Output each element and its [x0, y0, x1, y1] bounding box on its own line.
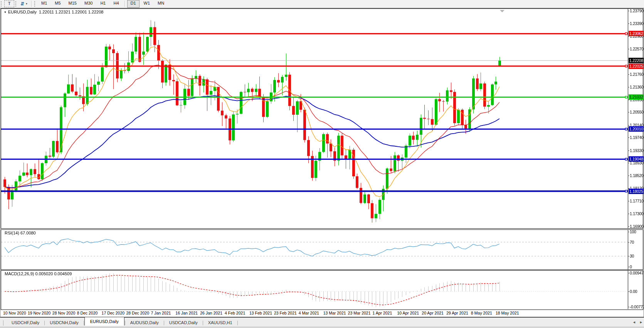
macd-indicator-panel: [1, 270, 643, 310]
tab-separator: [237, 321, 238, 325]
rsi-chart-canvas[interactable]: [1, 230, 629, 269]
price-axis-label: 1.18520: [630, 173, 644, 178]
caret-down-icon: ▼: [25, 3, 28, 5]
price-axis-label: 1.17710: [630, 199, 644, 203]
price-axis-label: 1.23390: [630, 21, 644, 26]
text-tool-button[interactable]: T: [4, 0, 14, 7]
date-axis-label: 28 Dec 2020: [126, 311, 150, 315]
tabbar-separator: [3, 320, 3, 326]
timeframe-button-h1[interactable]: H1: [97, 0, 109, 8]
tab-scroll-left-icon[interactable]: ◄: [632, 320, 636, 324]
chart-symbol-period: EURUSD,Daily: [8, 10, 37, 14]
hline-price-tag[interactable]: 1.23062: [629, 31, 644, 36]
toolbar-separator: [31, 1, 32, 7]
price-axis-label: 1.23790: [630, 8, 644, 13]
tab-audusd[interactable]: AUDUSD,Daily: [126, 319, 163, 326]
timeframe-button-m30[interactable]: M30: [81, 0, 96, 8]
date-axis-label: 29 Apr 2021: [446, 311, 468, 315]
rsi-axis-label: 30: [630, 254, 634, 258]
collapse-arrow-icon[interactable]: ▼: [4, 11, 7, 13]
tab-separator: [203, 321, 203, 325]
price-axis-label: 1.20550: [630, 110, 644, 114]
candlestick-chart-canvas[interactable]: [1, 9, 629, 228]
rsi-axis-label: 100: [630, 229, 636, 234]
rsi-axis-label: 70: [630, 240, 634, 244]
tab-usdcnh[interactable]: USDCNH,Daily: [45, 319, 83, 326]
timeframe-button-w1[interactable]: W1: [140, 0, 154, 8]
date-axis-label: 16 Jan 2021: [175, 311, 198, 315]
price-axis-label: 1.21760: [630, 72, 644, 77]
date-axis-label: 28 Nov 2020: [52, 311, 76, 315]
price-axis-label: 1.19330: [630, 148, 644, 153]
toolbar-separator: [124, 1, 125, 7]
date-axis-label: 8 May 2021: [471, 311, 492, 315]
date-axis-label: 23 Mar 2021: [348, 311, 371, 315]
rsi-value: 67.0080: [20, 231, 36, 235]
date-axis-label: 13 Feb 2021: [249, 311, 272, 315]
date-axis-label: 20 Apr 2021: [422, 311, 444, 315]
price-chart-panel: [1, 8, 643, 229]
toolbar-drag-handle[interactable]: [34, 1, 36, 7]
chart-tabs: USDCHF,DailyUSDCNH,DailyEURUSD,DailyAUDU…: [0, 318, 644, 327]
timeframe-buttons: M1M5M15M30H1H4D1W1MN: [37, 0, 168, 8]
toolbar-drag-handle[interactable]: [1, 1, 3, 7]
current-price-tag: 1.22208: [629, 58, 644, 63]
hline-price-tag[interactable]: 1.18025: [629, 189, 644, 194]
price-axis-label: 1.17300: [630, 211, 644, 216]
rsi-label: RSI(14) 67.0080: [5, 231, 36, 235]
toolbar: T ⇵ ▼ M1M5M15M30H1H4D1W1MN: [0, 0, 644, 8]
timeframe-button-d1[interactable]: D1: [127, 0, 140, 8]
hline-price-tag[interactable]: 1.19048: [629, 156, 644, 162]
date-axis-label: 4 Feb 2021: [225, 311, 245, 315]
timeframe-button-m5[interactable]: M5: [51, 0, 64, 8]
date-axis-label: 10 Apr 2021: [397, 311, 419, 315]
tab-separator: [164, 321, 164, 325]
timeframe-button-h4[interactable]: H4: [110, 0, 122, 8]
tab-separator: [44, 321, 45, 325]
ohlc-close: 1.22208: [88, 10, 104, 14]
toolbar-drag-handle[interactable]: [15, 1, 17, 7]
date-axis-label: 4 Mar 2021: [299, 311, 319, 315]
tab-scroll-right-icon[interactable]: ►: [639, 320, 643, 324]
macd-signal-value: 0.004509: [54, 271, 72, 276]
hline-price-tag[interactable]: 1.20010: [629, 126, 644, 132]
price-axis-label: 1.21360: [630, 85, 644, 89]
hline-price-tag[interactable]: 1.22025: [629, 64, 644, 69]
date-axis-label: 18 May 2021: [496, 311, 519, 315]
tab-separator: [125, 321, 125, 325]
date-axis-label: 7 Jan 2021: [151, 311, 171, 315]
tab-separator: [84, 321, 84, 325]
ohlc-low: 1.22001: [72, 10, 87, 14]
macd-main-value: 0.005020: [35, 271, 53, 276]
date-axis-label: 13 Mar 2021: [323, 311, 346, 315]
price-axis-label: 1.22570: [630, 47, 644, 51]
hline-price-tag[interactable]: 1.21032: [629, 94, 644, 100]
tab-eurusd[interactable]: EURUSD,Daily: [84, 317, 124, 326]
macd-axis-label: 0.00: [630, 289, 637, 294]
date-axis-label: 19 Nov 2020: [28, 311, 51, 315]
timeframe-button-m15[interactable]: M15: [65, 0, 80, 8]
date-axis-label: 10 Nov 2020: [3, 311, 26, 315]
timeframe-button-mn[interactable]: MN: [154, 0, 168, 8]
chart-title: ▼EURUSD,Daily 1.22011 1.22321 1.22001 1.…: [4, 10, 103, 14]
rsi-axis-label: 0: [630, 264, 632, 269]
rsi-indicator-panel: [1, 229, 643, 270]
timeframe-button-m1[interactable]: M1: [38, 0, 50, 8]
tab-usdcad[interactable]: USDCAD,Daily: [165, 319, 202, 326]
price-axis-label: 1.19740: [630, 135, 644, 140]
arrange-button[interactable]: ⇵ ▼: [19, 0, 29, 7]
date-axis-label: 17 Dec 2020: [102, 311, 125, 315]
date-axis-label: 23 Feb 2021: [274, 311, 297, 315]
tab-xauusd[interactable]: XAUUSD,H1: [203, 319, 237, 326]
macd-chart-canvas[interactable]: [1, 271, 629, 309]
ohlc-open: 1.22011: [39, 10, 54, 14]
date-axis-label: 1 Apr 2021: [373, 311, 392, 315]
sort-arrows-icon: ⇵: [20, 2, 24, 6]
price-axis-label: 1.16900: [630, 224, 644, 229]
macd-axis-label: 0.009478: [630, 271, 644, 275]
window-bottom-edge: [0, 326, 644, 328]
date-axis-label: 26 Jan 2021: [200, 311, 222, 315]
date-axis-label: 8 Dec 2020: [77, 311, 98, 315]
macd-label: MACD(12,26,9) 0.005020 0.004509: [5, 271, 72, 276]
tab-usdchf[interactable]: USDCHF,Daily: [7, 319, 44, 326]
